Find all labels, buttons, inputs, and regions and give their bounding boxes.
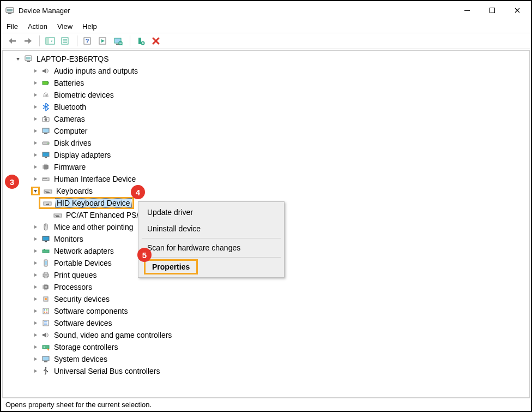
category-display-adapters[interactable]: Display adapters bbox=[3, 149, 529, 161]
expand-icon[interactable] bbox=[31, 248, 40, 254]
minimize-button[interactable] bbox=[455, 2, 480, 19]
status-text: Opens property sheet for the current sel… bbox=[5, 401, 152, 409]
keyboard-icon bbox=[43, 186, 53, 196]
category-processors[interactable]: Processors bbox=[3, 281, 529, 293]
software-dev-icon bbox=[41, 318, 51, 328]
menu-file[interactable]: File bbox=[7, 22, 18, 31]
svg-rect-57 bbox=[56, 216, 59, 217]
category-software-components[interactable]: Software components bbox=[3, 305, 529, 317]
svg-rect-61 bbox=[43, 250, 49, 253]
category-sound-video-game[interactable]: Sound, video and game controllers bbox=[3, 329, 529, 341]
expand-icon[interactable] bbox=[31, 68, 40, 74]
expand-icon-keyboards[interactable] bbox=[31, 187, 40, 195]
category-usb[interactable]: Universal Serial Bus controllers bbox=[3, 365, 529, 377]
tree-root[interactable]: LAPTOP-E3B6RTQS bbox=[3, 53, 529, 65]
monitor-icon bbox=[41, 234, 51, 244]
svg-rect-37 bbox=[43, 178, 49, 181]
add-legacy-hardware-button[interactable] bbox=[134, 34, 148, 47]
expand-icon[interactable] bbox=[31, 116, 40, 122]
expand-icon[interactable] bbox=[31, 152, 40, 158]
svg-rect-59 bbox=[43, 236, 49, 241]
category-audio[interactable]: Audio inputs and outputs bbox=[3, 65, 529, 77]
svg-text:?: ? bbox=[86, 38, 89, 44]
annotation-badge-4: 4 bbox=[131, 185, 145, 199]
category-label: Sound, video and game controllers bbox=[54, 331, 172, 339]
expand-icon[interactable] bbox=[31, 140, 40, 146]
category-keyboards[interactable]: Keyboards bbox=[3, 185, 529, 197]
keyboard-icon bbox=[43, 198, 52, 208]
hid-icon bbox=[41, 174, 51, 184]
export-list-button[interactable] bbox=[58, 34, 72, 47]
expand-icon[interactable] bbox=[31, 284, 40, 290]
expand-icon[interactable] bbox=[31, 368, 40, 374]
expand-icon[interactable] bbox=[31, 80, 40, 86]
close-button[interactable] bbox=[505, 2, 530, 19]
expand-icon[interactable] bbox=[31, 356, 40, 362]
category-label: Computer bbox=[54, 127, 87, 135]
menu-action[interactable]: Action bbox=[28, 22, 47, 31]
expand-icon[interactable] bbox=[31, 272, 40, 278]
svg-rect-53 bbox=[55, 215, 56, 216]
svg-rect-3 bbox=[464, 10, 470, 11]
category-security[interactable]: Security devices bbox=[3, 293, 529, 305]
expand-icon[interactable] bbox=[31, 104, 40, 110]
back-button[interactable] bbox=[5, 34, 20, 47]
category-label: Keyboards bbox=[56, 187, 93, 195]
expand-icon[interactable] bbox=[31, 260, 40, 266]
printer-icon bbox=[41, 270, 51, 280]
category-batteries[interactable]: Batteries bbox=[3, 77, 529, 89]
expand-icon[interactable] bbox=[31, 320, 40, 326]
expand-icon[interactable] bbox=[31, 164, 40, 170]
expand-icon[interactable] bbox=[31, 344, 40, 350]
category-label: Display adapters bbox=[54, 151, 111, 159]
svg-rect-56 bbox=[58, 215, 59, 216]
category-hid[interactable]: Human Interface Device bbox=[3, 173, 529, 185]
context-menu: Update driver Uninstall device Scan for … bbox=[138, 201, 285, 278]
expand-icon[interactable] bbox=[31, 128, 40, 134]
help-button[interactable]: ? bbox=[81, 34, 95, 47]
uninstall-device-button[interactable] bbox=[149, 34, 163, 47]
svg-rect-81 bbox=[44, 361, 47, 362]
action-button[interactable] bbox=[96, 34, 110, 47]
forward-button[interactable] bbox=[21, 34, 35, 47]
category-biometric[interactable]: Biometric devices bbox=[3, 89, 529, 101]
expand-icon[interactable] bbox=[14, 56, 22, 62]
expand-icon[interactable] bbox=[31, 308, 40, 314]
expand-icon[interactable] bbox=[31, 296, 40, 302]
category-label: Universal Serial Bus controllers bbox=[54, 367, 160, 375]
device-tree[interactable]: LAPTOP-E3B6RTQS Audio inputs and outputs… bbox=[2, 50, 530, 398]
scan-hardware-button[interactable] bbox=[111, 34, 125, 47]
svg-rect-41 bbox=[45, 191, 46, 192]
expand-icon[interactable] bbox=[31, 332, 40, 338]
expand-icon[interactable] bbox=[31, 176, 40, 182]
svg-point-82 bbox=[45, 367, 47, 369]
menu-view[interactable]: View bbox=[57, 22, 72, 31]
keyboard-icon bbox=[53, 210, 63, 220]
svg-rect-44 bbox=[49, 191, 49, 192]
category-software-devices[interactable]: Software devices bbox=[3, 317, 529, 329]
menu-help[interactable]: Help bbox=[82, 22, 97, 31]
svg-rect-78 bbox=[43, 345, 49, 349]
svg-rect-4 bbox=[490, 8, 495, 13]
category-bluetooth[interactable]: Bluetooth bbox=[3, 101, 529, 113]
svg-rect-62 bbox=[44, 249, 45, 250]
category-computer[interactable]: Computer bbox=[3, 125, 529, 137]
category-label: Network adapters bbox=[54, 247, 114, 255]
svg-rect-1 bbox=[7, 9, 13, 11]
expand-icon[interactable] bbox=[31, 224, 40, 230]
maximize-button[interactable] bbox=[480, 2, 505, 19]
expand-icon[interactable] bbox=[31, 236, 40, 242]
category-system[interactable]: System devices bbox=[3, 353, 529, 365]
expand-icon[interactable] bbox=[31, 92, 40, 98]
category-storage[interactable]: Storage controllers bbox=[3, 341, 529, 353]
category-disk-drives[interactable]: Disk drives bbox=[3, 137, 529, 149]
menu-update-driver[interactable]: Update driver bbox=[138, 204, 284, 220]
menu-uninstall-device[interactable]: Uninstall device bbox=[138, 220, 284, 237]
menu-properties[interactable]: Properties bbox=[138, 259, 284, 275]
category-label: Biometric devices bbox=[54, 91, 114, 99]
show-hide-console-tree-button[interactable] bbox=[43, 34, 57, 47]
menu-separator bbox=[142, 238, 281, 238]
category-cameras[interactable]: Cameras bbox=[3, 113, 529, 125]
category-firmware[interactable]: Firmware bbox=[3, 161, 529, 173]
menu-scan-hardware[interactable]: Scan for hardware changes bbox=[138, 240, 284, 256]
